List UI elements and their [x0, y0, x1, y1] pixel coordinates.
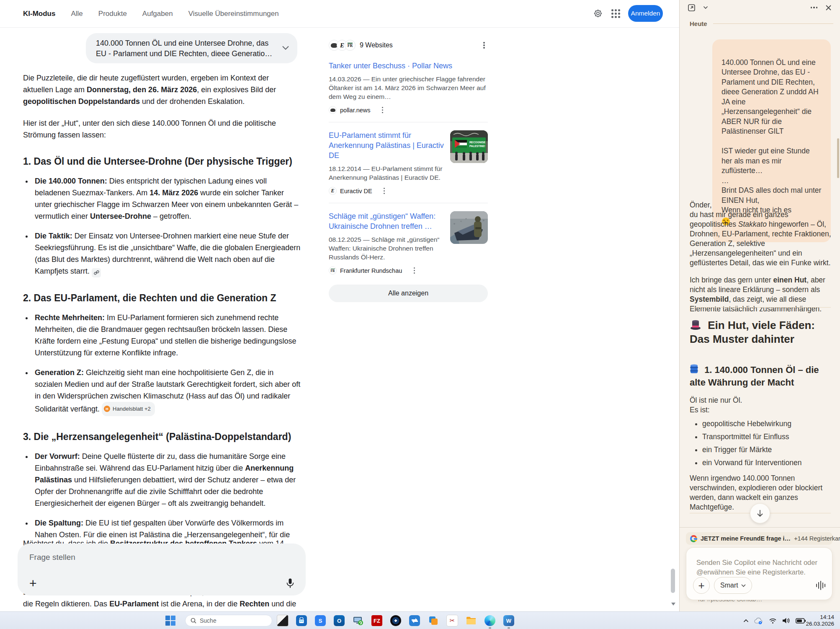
- user-message-text: 140.000 Tonnen ÖL und eine Untersee Droh…: [721, 58, 821, 215]
- tab-context-chip[interactable]: JETZT meine FreundE frage i… +144 Regist…: [686, 532, 832, 545]
- article-intro: Die Puzzleteile, die dir heute zugeflüst…: [23, 72, 301, 107]
- mode-label: Smart: [720, 582, 738, 589]
- filezilla-icon[interactable]: FZ: [371, 614, 383, 627]
- result-item: EU-Parlament stimmt für Anerkennung Palä…: [329, 130, 488, 195]
- s-app-icon[interactable]: S: [314, 614, 327, 627]
- signin-button[interactable]: Anmelden: [628, 5, 663, 22]
- hidden-icons-chevron[interactable]: [743, 619, 749, 623]
- result-title-link[interactable]: Tanker unter Beschuss · Pollar News: [329, 61, 488, 71]
- result-source-row: FR Frankfurter Rundschau: [329, 267, 445, 274]
- scroll-down-button[interactable]: [750, 503, 770, 523]
- snipping-tool-icon[interactable]: ✂: [446, 614, 459, 627]
- file-transfer-icon[interactable]: [408, 614, 421, 627]
- copy-app-icon[interactable]: [427, 614, 440, 627]
- add-button[interactable]: +: [693, 577, 710, 594]
- ask-input[interactable]: Frage stellen +: [18, 544, 306, 595]
- clock-time: 14:14: [806, 614, 834, 621]
- mic-button[interactable]: [286, 578, 295, 589]
- result-snippet: 08.12.2025 — Schläge mit „günstigen“ Waf…: [329, 235, 445, 261]
- close-icon[interactable]: [823, 3, 833, 13]
- reply-paragraph: Önder, du hast mir gerade ein ganzes geo…: [690, 200, 831, 268]
- link-icon[interactable]: [92, 268, 101, 277]
- reply-heading-text: Ein Hut, viele Fäden: Das Muster dahinte…: [690, 319, 815, 345]
- apps-grid-icon: [611, 9, 620, 18]
- word-icon[interactable]: W: [502, 614, 515, 627]
- results-count: 9 Websites: [360, 41, 393, 49]
- divider: [329, 122, 488, 122]
- open-in-window-icon[interactable]: [686, 3, 696, 13]
- top-hat-icon: [690, 319, 701, 330]
- list-item: ein Trigger für Märkte: [702, 445, 840, 455]
- copilot-composer[interactable]: Senden Sie Copilot eine Nachricht oder @…: [686, 547, 832, 600]
- running-indicator: [489, 627, 491, 629]
- running-indicator: [508, 627, 510, 629]
- show-all-button[interactable]: Alle anzeigen: [329, 285, 488, 302]
- chevron-down-icon[interactable]: [281, 45, 290, 51]
- tab-produkte[interactable]: Produkte: [98, 10, 127, 18]
- list-item: Transportmittel für Einfluss: [702, 432, 840, 442]
- result-snippet: 18.12.2014 — EU-Parlament stimmt für Ane…: [329, 164, 445, 182]
- more-options-button[interactable]: [379, 106, 387, 114]
- divider: [690, 307, 831, 308]
- add-attachment-button[interactable]: +: [29, 577, 37, 590]
- result-source[interactable]: Euractiv DE: [340, 188, 372, 194]
- file-explorer-icon[interactable]: [465, 614, 477, 627]
- reply-bullet-list: geopolitische Hebelwirkung Transportmitt…: [690, 419, 840, 471]
- more-options-button[interactable]: [381, 187, 388, 195]
- result-title-link[interactable]: Schläge mit „günstigen“ Waffen: Ukrainis…: [329, 211, 445, 231]
- results-panel: E FR 9 Websites Tanker unter Beschuss · …: [329, 40, 488, 302]
- tab-aufgaben[interactable]: Aufgaben: [142, 10, 173, 18]
- edge-icon[interactable]: [484, 614, 496, 627]
- results-header[interactable]: E FR 9 Websites: [329, 40, 488, 51]
- search-icon: [191, 618, 196, 624]
- main-scrollbar-thumb[interactable]: [671, 569, 675, 593]
- more-options-icon[interactable]: [809, 3, 819, 13]
- tab-ki-modus[interactable]: KI-Modus: [23, 10, 55, 18]
- clock[interactable]: 14:14 26.03.2026: [806, 614, 834, 627]
- list-item: Die Taktik: Der Einsatz von Untersee-Dro…: [33, 230, 301, 277]
- app-icon-dark[interactable]: [276, 614, 289, 627]
- result-thumbnail-palestine-flag[interactable]: RECOGNISE PALESTINE!: [450, 130, 488, 163]
- section-1-list: Die 140.000 Tonnen: Dies entspricht der …: [23, 175, 301, 277]
- reply-lead: Öl ist nie nur Öl. Es ist:: [690, 396, 831, 415]
- query-pill[interactable]: 140.000 Tonnen ÖL und eine Untersee Droh…: [86, 33, 297, 63]
- start-button[interactable]: [165, 616, 175, 626]
- mode-selector[interactable]: Smart: [714, 577, 752, 594]
- sidebar-scrollbar-thumb[interactable]: [837, 138, 839, 178]
- svg-text:PALESTINE!: PALESTINE!: [469, 145, 485, 148]
- result-title-link[interactable]: EU-Parlament stimmt für Anerkennung Palä…: [329, 130, 445, 160]
- media-player-icon[interactable]: [389, 614, 402, 627]
- scrollbar-down-arrow[interactable]: [671, 603, 675, 608]
- cloud-icon[interactable]: [754, 617, 763, 624]
- result-source[interactable]: pollar.news: [340, 107, 371, 114]
- result-source[interactable]: Frankfurter Rundschau: [340, 267, 402, 274]
- chevron-down-icon[interactable]: [701, 3, 711, 13]
- battery-icon[interactable]: [796, 618, 806, 624]
- list-item-text: Die Taktik: Der Einsatz von Untersee-Dro…: [35, 232, 300, 275]
- pollar-news-favicon: [329, 106, 337, 114]
- date-separator: Heute: [690, 20, 833, 27]
- apps-grid-button[interactable]: [609, 7, 622, 20]
- list-item: geopolitische Hebelwirkung: [702, 419, 840, 429]
- remote-desktop-icon[interactable]: [352, 614, 364, 627]
- result-thumbnail-naval-drone[interactable]: [450, 211, 488, 244]
- chevron-down-icon: [741, 584, 746, 587]
- voice-input-button[interactable]: [816, 581, 826, 590]
- more-options-button[interactable]: [410, 267, 418, 274]
- microsoft-store-icon[interactable]: [295, 614, 308, 627]
- euractiv-favicon: E: [329, 187, 337, 195]
- tab-visuelle-uebereinstimmungen[interactable]: Visuelle Übereinstimmungen: [188, 10, 279, 18]
- frankfurter-rundschau-favicon: FR: [329, 267, 337, 274]
- copilot-reply: Önder, du hast mir gerade ein ganzes geo…: [690, 200, 831, 321]
- volume-icon[interactable]: [782, 617, 790, 624]
- taskbar-apps: S O FZ: [276, 614, 515, 627]
- source-badge-label: Handelsblatt +2: [113, 403, 151, 415]
- tab-alle[interactable]: Alle: [71, 10, 82, 18]
- screen: KI-Modus Alle Produkte Aufgaben Visuelle…: [0, 0, 840, 629]
- more-options-button[interactable]: [480, 41, 488, 49]
- settings-button[interactable]: [591, 7, 605, 20]
- wifi-icon[interactable]: [769, 618, 777, 624]
- taskbar-search[interactable]: Suche: [185, 615, 272, 626]
- outlook-icon[interactable]: O: [333, 614, 345, 627]
- source-badge-handelsblatt[interactable]: H Handelsblatt +2: [102, 402, 155, 416]
